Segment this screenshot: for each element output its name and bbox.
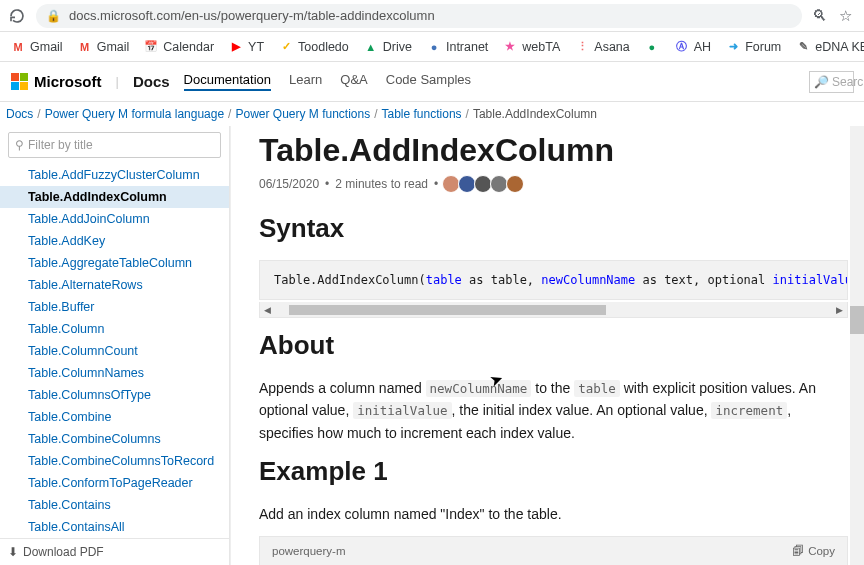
bookmark-item[interactable]: 📅Calendar: [143, 39, 214, 55]
download-pdf-link[interactable]: ⬇ Download PDF: [0, 538, 229, 565]
product-name[interactable]: Docs: [133, 73, 170, 90]
scroll-right-icon[interactable]: ▶: [832, 305, 847, 315]
bookmark-icon: ⋮: [574, 39, 590, 55]
bookmark-icon: M: [77, 39, 93, 55]
toc-item[interactable]: Table.AddKey: [0, 230, 229, 252]
bookmark-item[interactable]: ●: [644, 39, 660, 55]
browser-toolbar: 🔒 docs.microsoft.com/en-us/powerquery-m/…: [0, 0, 864, 32]
header-nav: DocumentationLearnQ&ACode Samples: [184, 72, 471, 91]
bookmark-item[interactable]: ⋮Asana: [574, 39, 629, 55]
bookmark-item[interactable]: ➜Forum: [725, 39, 781, 55]
toc-item[interactable]: Table.CombineColumns: [0, 428, 229, 450]
toc-item[interactable]: Table.AlternateRows: [0, 274, 229, 296]
bookmark-item[interactable]: MGmail: [77, 39, 130, 55]
url-text: docs.microsoft.com/en-us/powerquery-m/ta…: [69, 8, 435, 23]
bookmark-icon: 📅: [143, 39, 159, 55]
toc-item[interactable]: Table.Combine: [0, 406, 229, 428]
bookmark-icon: M: [10, 39, 26, 55]
example1-heading: Example 1: [259, 456, 848, 487]
breadcrumb-item[interactable]: Power Query M functions: [235, 107, 370, 121]
bookmark-icon: ✓: [278, 39, 294, 55]
ms-docs-header: Microsoft | Docs DocumentationLearnQ&ACo…: [0, 62, 864, 102]
vertical-scrollbar[interactable]: [850, 126, 864, 565]
toc-list[interactable]: Table.AddFuzzyClusterColumnTable.AddInde…: [0, 164, 229, 538]
bookmark-icon: ★: [502, 39, 518, 55]
horizontal-scrollbar[interactable]: ◀ ▶: [259, 302, 848, 318]
microsoft-logo[interactable]: Microsoft: [10, 73, 102, 91]
breadcrumb-item[interactable]: Power Query M formula language: [45, 107, 224, 121]
bookmark-item[interactable]: ▲Drive: [363, 39, 412, 55]
toc-item[interactable]: Table.AddFuzzyClusterColumn: [0, 164, 229, 186]
nav-learn[interactable]: Learn: [289, 72, 322, 91]
toc-item[interactable]: Table.ColumnsOfType: [0, 384, 229, 406]
bookmark-icon: ●: [644, 39, 660, 55]
toc-item[interactable]: Table.Column: [0, 318, 229, 340]
about-paragraph: Appends a column named newColumnName to …: [259, 377, 848, 444]
copy-icon: 🗐: [792, 545, 804, 557]
toc-item[interactable]: Table.AggregateTableColumn: [0, 252, 229, 274]
bookmark-icon: ●: [426, 39, 442, 55]
bookmark-item[interactable]: MGmail: [10, 39, 63, 55]
bookmark-item[interactable]: ✓Toodledo: [278, 39, 349, 55]
docs-search-input[interactable]: 🔎 Searc: [809, 71, 854, 93]
avatar: [506, 175, 524, 193]
breadcrumb-item: Table.AddIndexColumn: [473, 107, 597, 121]
search-icon: 🔎: [814, 75, 829, 89]
address-bar[interactable]: 🔒 docs.microsoft.com/en-us/powerquery-m/…: [36, 4, 802, 28]
bookmark-item[interactable]: ●Intranet: [426, 39, 488, 55]
bookmark-icon: ▲: [363, 39, 379, 55]
breadcrumb-item[interactable]: Table functions: [382, 107, 462, 121]
download-icon: ⬇: [8, 545, 18, 559]
reload-icon[interactable]: [8, 7, 26, 25]
toc-item[interactable]: Table.CombineColumnsToRecord: [0, 450, 229, 472]
nav-documentation[interactable]: Documentation: [184, 72, 271, 91]
syntax-heading: Syntax: [259, 213, 848, 244]
page-title: Table.AddIndexColumn: [259, 132, 848, 169]
article-meta: 06/15/2020 • 2 minutes to read •: [259, 175, 848, 193]
bookmark-icon: Ⓐ: [674, 39, 690, 55]
toc-sidebar: ⚲ Filter by title Table.AddFuzzyClusterC…: [0, 126, 230, 565]
code-lang-label: powerquery-m: [272, 545, 346, 557]
toc-item[interactable]: Table.AddJoinColumn: [0, 208, 229, 230]
copy-button[interactable]: 🗐 Copy: [792, 545, 835, 557]
bookmark-star-icon[interactable]: ☆: [839, 7, 852, 25]
filter-icon: ⚲: [15, 138, 24, 152]
toc-item[interactable]: Table.Buffer: [0, 296, 229, 318]
breadcrumb: Docs/Power Query M formula language/Powe…: [0, 102, 864, 126]
bookmark-icon: ✎: [795, 39, 811, 55]
filter-input[interactable]: ⚲ Filter by title: [8, 132, 221, 158]
toc-item[interactable]: Table.ContainsAll: [0, 516, 229, 538]
article-content: Table.AddIndexColumn 06/15/2020 • 2 minu…: [230, 126, 864, 565]
scroll-left-icon[interactable]: ◀: [260, 305, 275, 315]
lock-icon: 🔒: [46, 9, 61, 23]
omnibox-search-icon[interactable]: 🔍︎: [812, 7, 827, 25]
nav-codesamples[interactable]: Code Samples: [386, 72, 471, 91]
bookmarks-bar: MGmailMGmail📅Calendar▶YT✓Toodledo▲Drive●…: [0, 32, 864, 62]
bookmark-item[interactable]: ⒶAH: [674, 39, 711, 55]
syntax-codeblock: Table.AddIndexColumn(table as table, new…: [259, 260, 848, 300]
bookmark-item[interactable]: ✎eDNA KB: [795, 39, 864, 55]
bookmark-item[interactable]: ▶YT: [228, 39, 264, 55]
toc-item[interactable]: Table.ColumnCount: [0, 340, 229, 362]
about-heading: About: [259, 330, 848, 361]
bookmark-icon: ➜: [725, 39, 741, 55]
breadcrumb-item[interactable]: Docs: [6, 107, 33, 121]
toc-item[interactable]: Table.ColumnNames: [0, 362, 229, 384]
toc-item[interactable]: Table.AddIndexColumn: [0, 186, 229, 208]
bookmark-item[interactable]: ★webTA: [502, 39, 560, 55]
example1-description: Add an index column named "Index" to the…: [259, 503, 848, 525]
toc-item[interactable]: Table.ConformToPageReader: [0, 472, 229, 494]
bookmark-icon: ▶: [228, 39, 244, 55]
nav-qa[interactable]: Q&A: [340, 72, 367, 91]
contributor-avatars[interactable]: [444, 175, 524, 193]
code-header: powerquery-m 🗐 Copy: [259, 536, 848, 565]
separator: |: [116, 74, 119, 89]
toc-item[interactable]: Table.Contains: [0, 494, 229, 516]
